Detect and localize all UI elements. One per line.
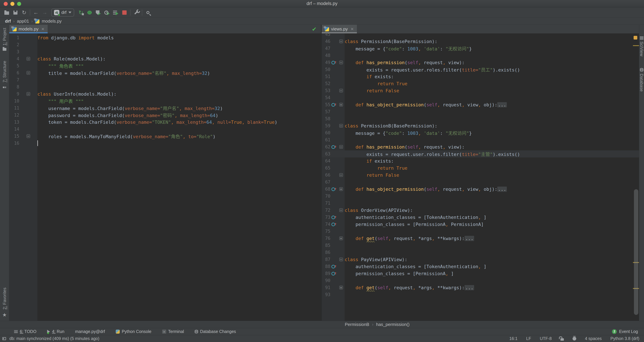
sidebar-item-structure[interactable]: 7: Structure (2, 61, 7, 88)
line-number[interactable]: 76 (322, 236, 330, 241)
tab-views-py[interactable]: views.py ✕ (322, 25, 357, 33)
overriding-method-icon[interactable] (332, 187, 336, 191)
fold-icon[interactable]: − (339, 124, 343, 128)
line-number[interactable]: 57 (322, 109, 330, 114)
code-line[interactable]: 48 (322, 52, 639, 59)
toolwindow-todo[interactable]: 6: TODO (14, 329, 36, 334)
close-icon[interactable]: ✕ (350, 27, 354, 31)
code-line[interactable]: 90 (322, 277, 639, 284)
line-number[interactable]: 63 (322, 152, 330, 157)
code-line[interactable]: 72−class OrderView(APIView): (322, 207, 639, 214)
scrollbar-thumb[interactable] (634, 189, 638, 315)
toolwindow-database-changes[interactable]: Database Changes (195, 329, 236, 334)
fold-icon[interactable]: − (26, 57, 30, 61)
code-line[interactable]: 59−class PermissionB(BasePermission): (322, 122, 639, 129)
line-number[interactable]: 13 (9, 120, 19, 125)
fold-icon[interactable]: − (339, 61, 343, 64)
code-line[interactable]: 13 token = models.CharField(verbose_name… (9, 119, 321, 126)
code-line[interactable]: 4−class Role(models.Model): (9, 55, 321, 62)
line-number[interactable]: 74 (322, 222, 330, 227)
code-line[interactable]: 53− return False (322, 87, 639, 94)
breadcrumb-project[interactable]: drf (5, 18, 11, 24)
line-number[interactable]: 65 (322, 166, 330, 171)
code-line[interactable]: 15− roles = models.ManyToManyField(verbo… (9, 133, 321, 140)
tab-models-py[interactable]: models.py ✕ (9, 25, 48, 33)
caret-position[interactable]: 16:1 (509, 336, 518, 341)
line-number[interactable]: 11 (9, 106, 19, 111)
line-number[interactable]: 6 (9, 70, 19, 75)
unfold-icon[interactable]: + (339, 286, 343, 289)
inspection-ok-icon[interactable]: ✔ (312, 26, 317, 32)
line-number[interactable]: 49 (322, 60, 330, 65)
fold-icon[interactable]: − (26, 92, 30, 96)
code-line[interactable]: 93 (322, 291, 639, 298)
unlocked-icon[interactable] (560, 338, 564, 341)
breadcrumb-method[interactable]: has_permission() (376, 322, 410, 327)
run-configuration-selector[interactable]: dj drf (51, 8, 74, 16)
line-number[interactable]: 60 (322, 130, 330, 135)
code-line[interactable]: 47 message = {"code": 1003, 'data': "无权访… (322, 45, 639, 52)
code-line[interactable]: 2 (9, 41, 321, 48)
line-number[interactable]: 10 (9, 98, 19, 104)
line-number[interactable]: 51 (322, 74, 330, 79)
overriding-method-icon[interactable] (332, 145, 336, 149)
toolwindow-switcher-icon[interactable] (2, 337, 6, 340)
line-number[interactable]: 55 (322, 102, 330, 107)
indent-setting[interactable]: 4 spaces (585, 336, 602, 341)
code-line[interactable]: 11 username = models.CharField(verbose_n… (9, 105, 321, 112)
rerun-icon[interactable]: ↻ (76, 9, 85, 16)
overriding-method-icon[interactable] (332, 271, 336, 276)
line-number[interactable]: 12 (9, 113, 19, 118)
inspection-warning-icon[interactable] (634, 36, 637, 39)
line-number[interactable]: 70 (322, 194, 330, 199)
code-line[interactable]: 62− def has_permission(self, request, vi… (322, 143, 639, 150)
code-line[interactable]: 67 (322, 178, 639, 185)
fold-icon[interactable]: − (339, 173, 343, 177)
fold-icon[interactable]: − (26, 134, 30, 138)
code-line[interactable]: 64 if exists: (322, 158, 639, 165)
code-line[interactable]: 75 (322, 228, 639, 235)
code-line[interactable]: 73 authentication_classes = [TokenAuthen… (322, 214, 639, 221)
breadcrumb-file[interactable]: models.py (42, 18, 62, 24)
code-line[interactable]: 55+ def has_object_permission(self, requ… (322, 101, 639, 108)
code-line[interactable]: 49− def has_permission(self, request, vi… (322, 59, 639, 66)
code-line[interactable]: 91+ def get(self, request, *args, **kwar… (322, 284, 639, 291)
open-icon[interactable] (2, 9, 11, 16)
line-number[interactable]: 91 (322, 285, 330, 290)
overriding-method-icon[interactable] (332, 60, 336, 65)
line-number[interactable]: 64 (322, 159, 330, 164)
code-line[interactable]: 65 return True (322, 165, 639, 171)
line-number[interactable]: 93 (322, 292, 330, 297)
code-line[interactable]: 87−class PayView(APIView): (322, 256, 639, 263)
line-number[interactable]: 73 (322, 215, 330, 220)
minimize-window-button[interactable] (10, 2, 14, 6)
line-number[interactable]: 68 (322, 186, 330, 192)
line-number[interactable]: 90 (322, 278, 330, 283)
python-interpreter[interactable]: Python 3.8 (drf) (610, 336, 639, 341)
code-line[interactable]: 60 message = {"code": 1003, 'data': "无权访… (322, 129, 639, 136)
run-with-icon[interactable] (111, 9, 120, 16)
sidebar-item-favorites[interactable]: 2: Favorites ★ (2, 288, 7, 318)
code-line[interactable]: 50 exists = request.user.roles.filter(ti… (322, 66, 639, 73)
line-separator[interactable]: LF (526, 336, 531, 341)
code-line[interactable]: 63 exists = request.user.roles.filter(ti… (322, 150, 639, 158)
line-number[interactable]: 67 (322, 179, 330, 184)
breadcrumb-folder[interactable]: app01 (17, 18, 29, 24)
code-line[interactable]: 6− title = models.CharField(verbose_name… (9, 69, 321, 76)
line-number[interactable]: 72 (322, 208, 330, 213)
line-number[interactable]: 3 (9, 49, 19, 54)
line-number[interactable]: 85 (322, 243, 330, 248)
code-line[interactable]: 3 (9, 48, 321, 55)
coverage-icon[interactable] (94, 9, 103, 16)
code-line[interactable]: 70 (322, 193, 639, 200)
line-number[interactable]: 14 (9, 127, 19, 132)
editor-views-py[interactable]: 4546−class PermissionA(BasePermission):4… (322, 33, 639, 321)
file-encoding[interactable]: UTF-8 (540, 336, 552, 341)
line-number[interactable]: 46 (322, 39, 330, 44)
search-icon[interactable] (144, 9, 152, 16)
line-number[interactable]: 52 (322, 81, 330, 86)
toolwindow-python-console[interactable]: Python Console (116, 329, 152, 334)
line-number[interactable]: 15 (9, 134, 19, 139)
code-line[interactable]: 85 (322, 242, 639, 249)
line-number[interactable]: 75 (322, 229, 330, 234)
